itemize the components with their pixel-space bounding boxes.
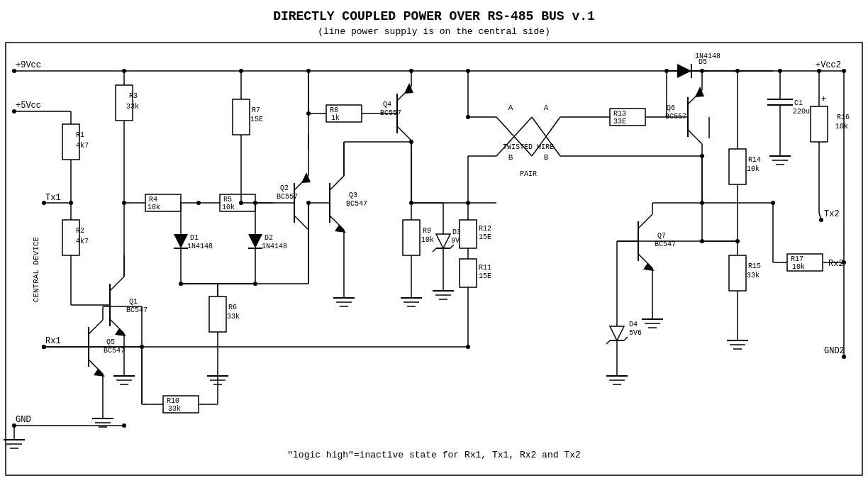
r12-label: R12 [479, 225, 491, 233]
q2-val: BC557 [277, 193, 298, 201]
gnd-label: GND [16, 415, 31, 425]
svg-point-252 [700, 239, 704, 243]
plus5vcc-label: +5Vcc [16, 101, 41, 111]
svg-point-43 [196, 201, 201, 205]
r11-val: 15E [479, 272, 491, 280]
q6-label: Q6 [667, 104, 675, 112]
r13-val: 33E [613, 118, 626, 126]
q1-label: Q1 [129, 298, 138, 306]
q2-label: Q2 [280, 184, 289, 192]
r2-label: R2 [76, 227, 84, 235]
r9-val: 10k [421, 236, 434, 244]
central-device-label: CENTRAL DEVICE [32, 236, 40, 302]
svg-point-85 [409, 69, 413, 73]
a-label-right: A [544, 104, 549, 112]
q4-label: Q4 [383, 101, 391, 109]
r17-val: 10k [792, 263, 805, 271]
r14-val: 10k [747, 165, 760, 173]
svg-point-72 [239, 69, 243, 73]
svg-point-179 [466, 115, 470, 119]
plusvcc2-label: +Vcc2 [816, 60, 841, 70]
svg-rect-134 [460, 259, 477, 287]
svg-rect-132 [460, 220, 477, 248]
r10-val: 33k [168, 405, 181, 413]
svg-rect-111 [403, 220, 420, 255]
r1-val: 4k7 [76, 142, 89, 150]
svg-rect-175 [527, 132, 537, 140]
q5-label: Q5 [106, 338, 115, 346]
d1-val: 1N4148 [187, 243, 213, 250]
r6-label: R6 [228, 304, 237, 311]
r16-val: 10k [835, 123, 848, 131]
svg-point-160 [122, 423, 126, 428]
r12-val: 15E [479, 233, 491, 241]
r3-label: R3 [129, 92, 138, 100]
svg-point-256 [817, 69, 821, 73]
svg-rect-254 [811, 106, 828, 142]
svg-point-198 [778, 69, 782, 73]
c1-label: C1 [794, 99, 803, 107]
r7-val: 15E [250, 116, 263, 123]
q6-val: BC557 [665, 113, 686, 121]
r6-val: 33k [227, 313, 240, 321]
r17-label: R17 [791, 255, 803, 263]
r2-val: 4k7 [76, 238, 89, 245]
q7-label: Q7 [657, 232, 666, 240]
q3-val: BC547 [346, 200, 367, 208]
svg-point-80 [306, 111, 311, 116]
b-label-right: B [544, 153, 549, 162]
d4-val: 5V6 [629, 329, 642, 337]
twisted-label2: PAIR [520, 170, 537, 178]
svg-point-209 [664, 69, 669, 73]
svg-rect-55 [209, 296, 226, 332]
r1-label: R1 [76, 131, 84, 139]
r5-val: 10k [222, 204, 235, 211]
svg-point-204 [700, 69, 704, 73]
q4-val: BC557 [380, 109, 401, 117]
gnd2-label: GND2 [824, 346, 845, 356]
svg-rect-70 [233, 99, 250, 135]
r14-label: R14 [748, 156, 761, 164]
title: DIRECTLY COUPLED POWER OVER RS-485 BUS v… [273, 9, 595, 23]
q1-val: BC547 [126, 306, 148, 314]
d2-val: 1N4148 [262, 243, 287, 250]
rx1-label: Rx1 [45, 336, 61, 346]
svg-rect-238 [729, 149, 746, 184]
d2-label: D2 [265, 234, 273, 242]
d1-label: D1 [190, 234, 199, 242]
r4-val: 10k [148, 204, 160, 211]
svg-point-139 [42, 345, 46, 349]
r7-label: R7 [252, 106, 260, 114]
svg-point-240 [735, 69, 740, 73]
twisted-label1: TWISTED WIRE [503, 143, 554, 151]
svg-point-19 [122, 69, 126, 73]
r16-label: R16 [837, 113, 850, 121]
q5-val: BC547 [104, 347, 125, 355]
svg-point-177 [466, 201, 470, 205]
circuit-diagram: DIRECTLY COUPLED POWER OVER RS-485 BUS v… [0, 0, 868, 488]
r8-val: 1k [331, 114, 340, 122]
tx2-label: Tx2 [824, 209, 840, 219]
a-label-left: A [508, 104, 513, 112]
rx2-label: Rx2 [828, 259, 844, 269]
r8-label: R8 [330, 106, 338, 114]
d4-label: D4 [629, 321, 638, 328]
r3-val: 33k [126, 103, 139, 111]
r15-val: 33k [747, 272, 760, 279]
c1-plus: + [821, 94, 826, 104]
r11-label: R11 [479, 264, 491, 272]
r15-label: R15 [748, 262, 761, 270]
svg-rect-242 [729, 255, 746, 291]
r9-label: R9 [423, 227, 431, 235]
note-text: "logic high"=inactive state for Rx1, Tx1… [287, 450, 580, 460]
subtitle: (line power supply is on the central sid… [318, 26, 550, 37]
r4-label: R4 [149, 196, 157, 204]
svg-point-180 [466, 69, 470, 73]
b-label-left: B [508, 153, 513, 162]
q3-label: Q3 [349, 192, 357, 199]
svg-point-15 [69, 201, 73, 205]
r13-label: R13 [613, 110, 626, 118]
r5-label: R5 [223, 196, 232, 204]
tx1-label: Tx1 [45, 193, 61, 203]
d5-val: 1N4148 [695, 52, 720, 60]
